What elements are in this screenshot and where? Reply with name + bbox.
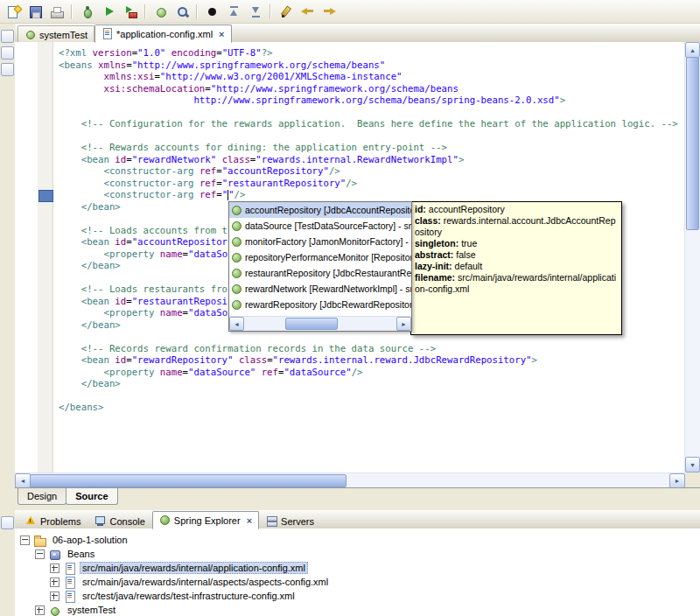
mode-tab-source[interactable]: Source — [66, 488, 117, 505]
minus-expander-icon[interactable] — [20, 536, 30, 545]
code-token: "http://www.springframework.org/schema/b… — [211, 83, 458, 94]
spring-fast-view-icon[interactable] — [1, 516, 14, 529]
popup-scroll-left-button[interactable]: ◄ — [229, 317, 244, 331]
code-token: <?xml — [59, 47, 93, 59]
content-assist-item[interactable]: dataSource [TestDataSourceFactory] - src… — [229, 218, 411, 234]
plus-expander-icon[interactable] — [35, 606, 45, 615]
editor-tab-label: *application-config.xml — [116, 29, 213, 39]
editor-scroll-left-button[interactable]: ◄ — [15, 473, 31, 488]
popup-horizontal-scrollbar[interactable]: ◄ ► — [229, 316, 411, 331]
view-tab-2[interactable]: Spring Explorer× — [152, 511, 259, 529]
code-token: "rewardNetwork" — [132, 154, 217, 165]
horizontal-scrollbar-thumb[interactable] — [30, 474, 346, 487]
code-token: encoding — [172, 47, 216, 59]
editor-tab-0[interactable]: systemTest — [18, 25, 94, 43]
bti-servers-icon — [266, 515, 277, 527]
tree-item[interactable]: src/main/java/rewards/internal/aspects/a… — [15, 575, 700, 589]
proposal-label: monitorFactory [JamonMonitorFactory] - s… — [245, 236, 411, 247]
forward-button[interactable] — [318, 1, 340, 22]
close-icon[interactable]: × — [247, 515, 252, 526]
bean-detail-label: id: — [415, 204, 426, 214]
editor-tab-1[interactable]: *application-config.xml× — [94, 24, 232, 43]
fast-view-bar — [0, 24, 16, 616]
code-token: "UTF-8" — [222, 47, 262, 59]
view-tab-3[interactable]: Servers — [259, 512, 321, 529]
last-edit-location-button[interactable] — [275, 1, 296, 22]
tree-item[interactable]: src/test/java/rewards/test-infrastructur… — [15, 589, 700, 603]
spring-explorer-tree[interactable]: 06-aop-1-solutionBeanssrc/main/java/rewa… — [15, 528, 700, 616]
tree-item[interactable]: src/main/java/rewards/internal/applicati… — [15, 561, 700, 575]
minus-expander-icon[interactable] — [35, 550, 45, 559]
view-tab-1[interactable]: Console — [88, 512, 151, 529]
bean-detail-label: class: — [415, 215, 441, 226]
code-token — [59, 307, 103, 318]
code-token — [59, 142, 81, 153]
plus-expander-icon[interactable] — [50, 578, 60, 587]
bean-icon — [232, 253, 242, 262]
content-assist-item[interactable]: accountRepository [JdbcAccountRepository… — [229, 202, 411, 218]
editor-vertical-scrollbar[interactable]: ▲ ▼ — [684, 42, 700, 472]
content-assist-item[interactable]: rewardNetwork [RewardNetworkImpl] - src/… — [229, 281, 411, 297]
code-token: </bean> — [81, 319, 121, 331]
plus-expander-icon[interactable] — [50, 564, 60, 573]
close-icon[interactable]: × — [219, 29, 224, 39]
code-token — [59, 118, 81, 130]
scroll-down-button[interactable]: ▼ — [685, 457, 700, 472]
prev-annotation-button[interactable] — [223, 1, 244, 22]
code-line: xsi:schemaLocation="http://www.springfra… — [59, 83, 685, 95]
bean-icon — [232, 206, 242, 215]
package-explorer-fast-view-icon[interactable] — [1, 46, 14, 60]
code-token — [59, 367, 103, 378]
code-token: name — [160, 367, 183, 378]
code-token: <property — [103, 367, 159, 378]
code-token — [59, 354, 81, 366]
content-assist-item[interactable]: monitorFactory [JamonMonitorFactory] - s… — [229, 234, 411, 249]
back-button[interactable] — [297, 1, 318, 22]
code-token — [59, 378, 81, 389]
restore-fast-view-icon[interactable] — [1, 30, 14, 43]
tree-item[interactable]: 06-aop-1-solution — [15, 533, 700, 547]
code-line: <?xml version="1.0" encoding="UTF-8"?> — [59, 47, 685, 60]
popup-scroll-right-button[interactable]: ► — [396, 317, 411, 331]
code-token — [59, 319, 81, 331]
scroll-up-button[interactable]: ▲ — [685, 42, 700, 58]
content-assist-item[interactable]: rewardRepository [JdbcRewardRepository] … — [229, 297, 411, 312]
view-tab-0[interactable]: Problems — [18, 512, 88, 529]
bean-detail-label: lazy-init: — [415, 261, 452, 271]
debug-button[interactable] — [76, 1, 97, 22]
save-icon — [28, 4, 43, 19]
code-token: id — [115, 154, 126, 165]
run-button[interactable] — [98, 1, 119, 22]
code-line — [59, 107, 685, 119]
print-button[interactable] — [46, 1, 67, 22]
code-token — [59, 189, 103, 200]
save-button[interactable] — [24, 1, 46, 22]
tree-item[interactable]: systemTest — [15, 603, 700, 616]
content-assist-item[interactable]: restaurantRepository [JdbcRestaurantRepo… — [229, 265, 411, 281]
outline-fast-view-icon[interactable] — [1, 63, 14, 76]
code-token: <constructor-arg — [103, 178, 199, 189]
next-annotation-button[interactable] — [245, 1, 266, 22]
code-token: ref — [200, 165, 216, 177]
mode-tab-design[interactable]: Design — [18, 488, 66, 505]
new-wizard-button[interactable] — [3, 1, 24, 22]
editor-scroll-right-button[interactable]: ► — [669, 473, 685, 488]
bean-icon — [232, 284, 242, 294]
bean-icon — [232, 300, 242, 310]
vertical-scrollbar-thumb[interactable] — [686, 57, 699, 230]
xml-editor[interactable]: <?xml version="1.0" encoding="UTF-8"?><b… — [15, 42, 700, 472]
record-button[interactable] — [201, 1, 222, 22]
editor-horizontal-scrollbar[interactable]: ◄ ► — [15, 472, 685, 488]
search-button[interactable] — [172, 1, 192, 22]
content-assist-item[interactable]: repositoryPerformanceMonitor [Repository… — [229, 249, 411, 265]
popup-scrollbar-thumb[interactable] — [285, 318, 338, 330]
code-line: <!-- Records reward confirmation records… — [59, 343, 685, 355]
tree-item[interactable]: Beans — [15, 547, 700, 561]
code-token: "rewards.internal.RewardNetworkImpl" — [256, 154, 458, 165]
tree-item-label: 06-aop-1-solution — [50, 534, 130, 546]
ti-beans-node-icon — [48, 548, 61, 561]
new-bean-button[interactable] — [150, 1, 171, 22]
external-tools-button[interactable] — [120, 1, 141, 22]
code-token — [59, 154, 81, 165]
plus-expander-icon[interactable] — [50, 592, 60, 601]
